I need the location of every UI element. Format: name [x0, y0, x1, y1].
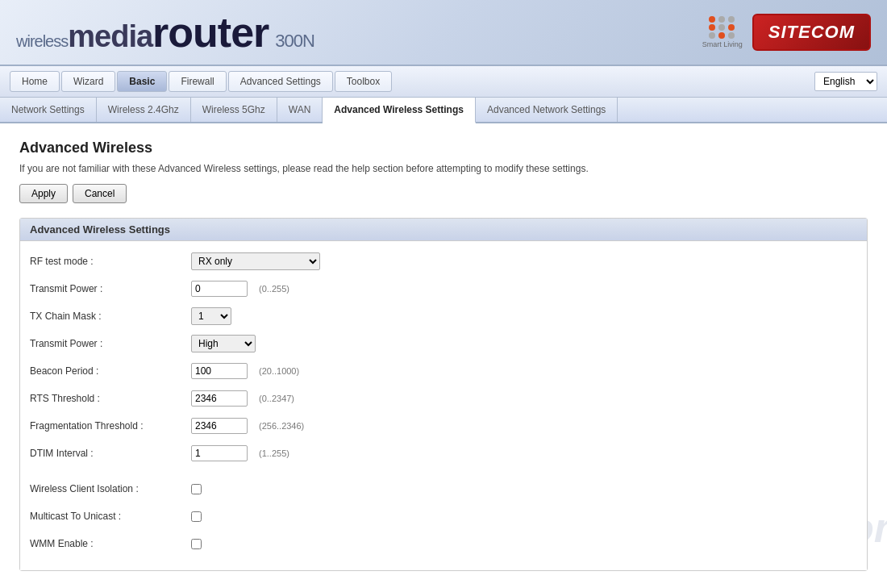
beacon-period-hint: (20..1000) — [259, 366, 299, 376]
rts-threshold-hint: (0..2347) — [259, 394, 294, 403]
multicast-to-unicast-value — [191, 511, 202, 522]
wireless-client-isolation-checkbox[interactable] — [191, 484, 202, 494]
model-text: 300N — [275, 31, 314, 51]
dot-1 — [709, 16, 715, 23]
sub-tab-wan[interactable]: WAN — [277, 98, 323, 122]
fragmentation-threshold-row: Fragmentation Threshold : (256..2346) — [30, 415, 857, 436]
rf-test-mode-value: RX only TX only Off — [191, 252, 320, 270]
media-text: media — [68, 19, 152, 53]
nav-tab-home[interactable]: Home — [10, 71, 60, 92]
dot-2 — [718, 16, 725, 23]
transmit-power-2-label: Transmit Power : — [30, 338, 191, 349]
tx-chain-mask-row: TX Chain Mask : 1 2 3 — [30, 306, 857, 327]
dot-9 — [728, 32, 735, 39]
multicast-to-unicast-label: Multicast To Unicast : — [30, 511, 191, 522]
nav-tab-advanced-settings[interactable]: Advanced Settings — [228, 71, 333, 92]
sub-tab-advanced-wireless[interactable]: Advanced Wireless Settings — [323, 98, 476, 123]
nav-tab-firewall[interactable]: Firewall — [169, 71, 226, 92]
dtim-interval-value: (1..255) — [191, 445, 289, 461]
tx-chain-mask-select[interactable]: 1 2 3 — [191, 307, 231, 325]
action-buttons: Apply Cancel — [19, 184, 868, 203]
smart-living-logo: Smart Living — [702, 16, 743, 48]
page-description: If you are not familiar with these Advan… — [19, 163, 868, 174]
dot-7 — [709, 32, 715, 39]
wmm-enable-checkbox[interactable] — [191, 539, 202, 549]
wmm-enable-label: WMM Enable : — [30, 538, 191, 549]
rts-threshold-label: RTS Threshold : — [30, 393, 191, 404]
wireless-text: wireless — [16, 32, 68, 50]
nav-bar: Home Wizard Basic Firewall Advanced Sett… — [0, 66, 887, 98]
fragmentation-threshold-input[interactable] — [191, 418, 248, 434]
fragmentation-threshold-hint: (256..2346) — [259, 421, 304, 431]
nav-tab-wizard[interactable]: Wizard — [61, 71, 115, 92]
transmit-power-2-row: Transmit Power : High Medium Low — [30, 333, 857, 354]
sub-tab-network-settings[interactable]: Network Settings — [0, 98, 97, 122]
beacon-period-input[interactable] — [191, 363, 248, 379]
dot-4 — [709, 24, 715, 31]
rf-test-mode-select[interactable]: RX only TX only Off — [191, 252, 320, 270]
sub-tab-wireless-5ghz[interactable]: Wireless 5Ghz — [191, 98, 277, 122]
brand-logo: wirelessmediarouter300N — [16, 8, 314, 56]
dtim-interval-input[interactable] — [191, 445, 248, 461]
multicast-to-unicast-row: Multicast To Unicast : — [30, 506, 857, 527]
smart-living-text: Smart Living — [702, 40, 743, 48]
header: wirelessmediarouter300N Smart Living SIT… — [0, 0, 887, 66]
tx-chain-mask-value: 1 2 3 — [191, 307, 231, 325]
settings-section-title: Advanced Wireless Settings — [20, 219, 867, 241]
sitecom-logo: SITECOM — [752, 14, 871, 51]
transmit-power-2-select[interactable]: High Medium Low — [191, 335, 256, 352]
dot-8 — [718, 32, 725, 39]
dot-5 — [718, 24, 725, 31]
language-dropdown[interactable]: English Dutch French German Spanish — [814, 72, 877, 91]
rf-test-mode-row: RF test mode : RX only TX only Off — [30, 251, 857, 272]
multicast-to-unicast-checkbox[interactable] — [191, 511, 202, 522]
transmit-power-1-input[interactable] — [191, 281, 248, 297]
wireless-client-isolation-value — [191, 484, 202, 494]
header-right: Smart Living SITECOM — [702, 14, 871, 51]
rts-threshold-value: (0..2347) — [191, 390, 294, 407]
dtim-interval-label: DTIM Interval : — [30, 448, 191, 459]
dot-3 — [728, 16, 735, 23]
wireless-client-isolation-label: Wireless Client Isolation : — [30, 483, 191, 494]
dtim-interval-hint: (1..255) — [259, 448, 289, 458]
rts-threshold-row: RTS Threshold : (0..2347) — [30, 388, 857, 409]
nav-tab-toolbox[interactable]: Toolbox — [335, 71, 392, 92]
transmit-power-1-row: Transmit Power : (0..255) — [30, 278, 857, 299]
rf-test-mode-label: RF test mode : — [30, 256, 191, 267]
wireless-client-isolation-row: Wireless Client Isolation : — [30, 478, 857, 499]
language-selector: English Dutch French German Spanish — [814, 72, 877, 91]
transmit-power-1-label: Transmit Power : — [30, 283, 191, 294]
fragmentation-threshold-label: Fragmentation Threshold : — [30, 420, 191, 432]
nav-tab-basic[interactable]: Basic — [117, 71, 167, 92]
settings-body: RF test mode : RX only TX only Off Trans… — [20, 241, 867, 570]
dot-6 — [728, 24, 735, 31]
wmm-enable-value — [191, 539, 202, 549]
beacon-period-value: (20..1000) — [191, 363, 299, 379]
transmit-power-1-hint: (0..255) — [259, 284, 289, 294]
beacon-period-label: Beacon Period : — [30, 365, 191, 377]
beacon-period-row: Beacon Period : (20..1000) — [30, 361, 857, 382]
page-title: Advanced Wireless — [19, 140, 868, 156]
router-text: router — [152, 9, 269, 56]
sub-tab-advanced-network[interactable]: Advanced Network Settings — [476, 98, 618, 122]
transmit-power-1-value: (0..255) — [191, 281, 289, 297]
main-content: SetupRouter.com Advanced Wireless If you… — [0, 123, 887, 588]
sub-nav: Network Settings Wireless 2.4Ghz Wireles… — [0, 98, 887, 123]
fragmentation-threshold-value: (256..2346) — [191, 418, 304, 434]
smart-living-dots — [709, 16, 736, 39]
cancel-button[interactable]: Cancel — [73, 184, 127, 203]
apply-button[interactable]: Apply — [19, 184, 68, 203]
tx-chain-mask-label: TX Chain Mask : — [30, 311, 191, 322]
dtim-interval-row: DTIM Interval : (1..255) — [30, 443, 857, 464]
rts-threshold-input[interactable] — [191, 390, 248, 407]
settings-section: Advanced Wireless Settings RF test mode … — [19, 218, 868, 571]
sub-tab-wireless-24ghz[interactable]: Wireless 2.4Ghz — [97, 98, 191, 122]
wmm-enable-row: WMM Enable : — [30, 533, 857, 554]
transmit-power-2-value: High Medium Low — [191, 335, 256, 352]
